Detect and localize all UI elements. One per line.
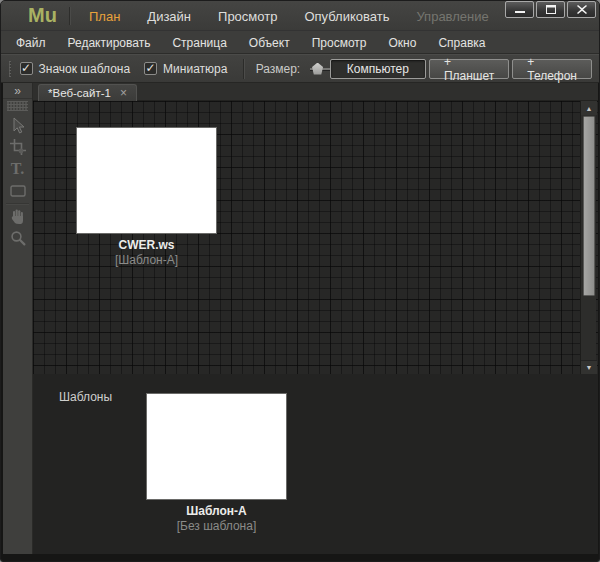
size-label: Размер:: [256, 62, 301, 76]
mode-tab-manage: Управление: [416, 9, 488, 24]
add-phone-layout-button[interactable]: + Телефон: [512, 59, 592, 79]
scroll-up-icon[interactable]: ▲: [581, 101, 597, 115]
document-area: *Веб-сайт-1 × CWER.ws [Шаблон-А] ▲ ▼: [33, 83, 598, 554]
toolbar-grip-handle[interactable]: [9, 61, 11, 77]
selection-arrow-icon: [10, 117, 25, 134]
tools-separator: [6, 203, 29, 204]
rectangle-icon: [10, 185, 26, 197]
site-page-item[interactable]: CWER.ws [Шаблон-А]: [77, 128, 216, 267]
window-controls: [505, 1, 596, 18]
template-icon-checkbox-label[interactable]: Значок шаблона: [39, 62, 131, 76]
menu-object[interactable]: Объект: [238, 36, 301, 50]
close-icon: [577, 5, 587, 14]
vertical-scrollbar[interactable]: ▲ ▼: [580, 101, 596, 374]
zoom-tool-button[interactable]: [3, 227, 32, 249]
crop-tool-button[interactable]: [3, 136, 32, 158]
site-page-title[interactable]: CWER.ws: [77, 238, 216, 252]
menu-file[interactable]: Файл: [5, 36, 57, 50]
document-tab[interactable]: *Веб-сайт-1 ×: [38, 84, 137, 101]
document-tab-title: *Веб-сайт-1: [48, 87, 111, 99]
close-button[interactable]: [567, 1, 596, 18]
maximize-icon: [546, 5, 556, 14]
template-icon-checkbox[interactable]: ✓: [20, 62, 33, 75]
magnifier-icon: [10, 230, 26, 246]
scroll-down-icon[interactable]: ▼: [581, 360, 597, 374]
master-page-thumbnail[interactable]: [147, 394, 286, 499]
mode-tab-publish[interactable]: Опубликовать: [304, 9, 389, 24]
mode-tab-design[interactable]: Дизайн: [147, 9, 191, 24]
text-tool-button[interactable]: T.: [3, 158, 32, 180]
device-layout-buttons: Компьютер + Планшет + Телефон: [330, 59, 592, 79]
menu-window[interactable]: Окно: [378, 36, 428, 50]
minimize-button[interactable]: [505, 1, 534, 18]
maximize-button[interactable]: [536, 1, 565, 18]
minimize-icon: [515, 6, 525, 14]
site-page-thumbnail[interactable]: [77, 128, 216, 233]
desktop-layout-button[interactable]: Компьютер: [330, 59, 426, 79]
masters-panel-label: Шаблоны: [59, 390, 112, 404]
mode-tab-preview[interactable]: Просмотр: [218, 9, 277, 24]
menu-page[interactable]: Страница: [161, 36, 237, 50]
document-tab-bar: *Веб-сайт-1 ×: [33, 83, 598, 101]
tools-panel-grip[interactable]: [7, 101, 28, 111]
thumbnail-checkbox[interactable]: ✓: [144, 62, 157, 75]
size-slider-thumb[interactable]: [312, 63, 323, 75]
menu-edit[interactable]: Редактировать: [57, 36, 162, 50]
crop-icon: [10, 139, 26, 155]
site-page-master-ref[interactable]: [Шаблон-А]: [77, 253, 216, 267]
checkmark-icon: ✓: [21, 63, 31, 73]
checkmark-icon: ✓: [146, 63, 156, 73]
rectangle-tool-button[interactable]: [3, 180, 32, 202]
master-page-master-ref[interactable]: [Без шаблона]: [147, 519, 286, 533]
plan-canvas[interactable]: CWER.ws [Шаблон-А] ▲ ▼: [33, 101, 598, 374]
mode-tab-plan[interactable]: План: [89, 9, 120, 24]
master-page-item[interactable]: Шаблон-А [Без шаблона]: [147, 394, 286, 533]
title-bar: Mu План Дизайн Просмотр Опубликовать Упр…: [1, 1, 600, 31]
menu-bar: Файл Редактировать Страница Объект Просм…: [1, 32, 600, 54]
app-window: Mu План Дизайн Просмотр Опубликовать Упр…: [0, 0, 600, 562]
workspace: » T.: [1, 83, 600, 562]
collapse-panel-chevrons-icon[interactable]: »: [3, 83, 32, 99]
titlebar-separator: [69, 7, 70, 25]
muse-logo: Mu: [28, 4, 57, 27]
hand-icon: [10, 208, 25, 224]
tab-close-icon[interactable]: ×: [120, 88, 127, 98]
thumbnail-checkbox-label[interactable]: Миниатюра: [163, 62, 227, 76]
tools-panel: » T.: [3, 83, 33, 554]
hand-tool-button[interactable]: [3, 205, 32, 227]
size-slider[interactable]: [310, 62, 330, 76]
add-tablet-layout-button[interactable]: + Планшет: [429, 59, 509, 79]
master-page-title[interactable]: Шаблон-А: [147, 504, 286, 518]
scrollbar-thumb[interactable]: [583, 116, 595, 296]
menu-help[interactable]: Справка: [427, 36, 496, 50]
options-toolbar: ✓ Значок шаблона ✓ Миниатюра Размер: Ком…: [1, 54, 600, 83]
text-tool-icon: T.: [11, 161, 24, 177]
selection-tool-button[interactable]: [3, 114, 32, 136]
menu-view[interactable]: Просмотр: [301, 36, 378, 50]
mode-tabs: План Дизайн Просмотр Опубликовать Управл…: [89, 1, 489, 31]
masters-panel: Шаблоны Шаблон-А [Без шаблона]: [33, 374, 598, 554]
